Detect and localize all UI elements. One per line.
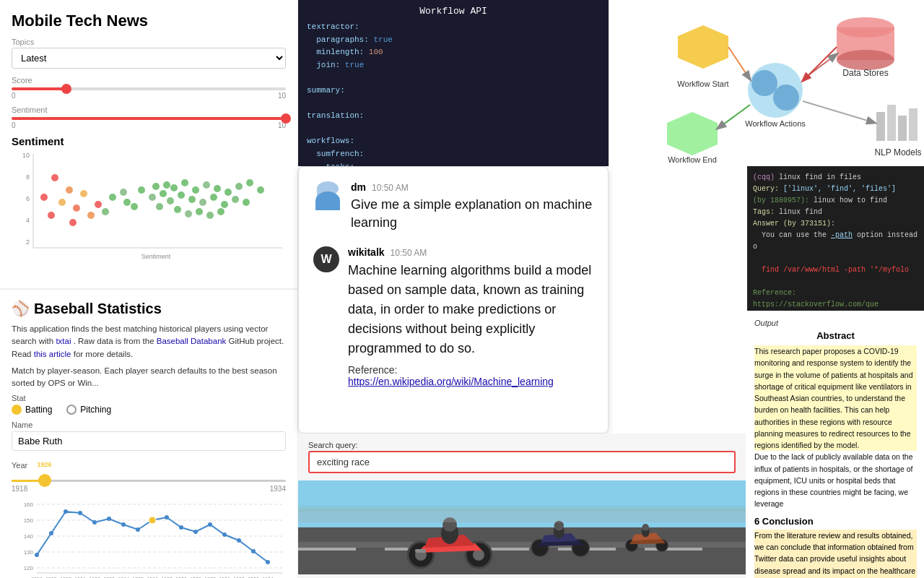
user-content: dm 10:50 AM Give me a simple explanation… <box>351 181 593 232</box>
sentiment-label: Sentiment <box>12 105 286 114</box>
svg-point-64 <box>751 70 777 96</box>
svg-point-43 <box>95 201 102 208</box>
term-line-7 <box>753 253 918 264</box>
svg-point-16 <box>225 189 232 196</box>
bot-message: W wikitalk 10:50 AM Machine learning alg… <box>313 246 593 387</box>
svg-point-40 <box>73 204 80 212</box>
sentiment-fill <box>12 117 286 120</box>
avatar-body <box>315 191 340 210</box>
topics-dropdown[interactable]: Latest Top <box>12 48 286 69</box>
reference-link[interactable]: https://en.wikipedia.org/wiki/Machine_le… <box>348 376 554 387</box>
user-message: dm 10:50 AM Give me a simple explanation… <box>313 181 593 232</box>
term-line-8: find /var/www/html -path '*/myfolo <box>753 264 918 276</box>
svg-point-118 <box>266 560 270 564</box>
ops-line-chart: 160 150 140 130 120 1918 1919 1920 1921 … <box>12 497 286 578</box>
year-value-label: 1926 <box>38 461 52 468</box>
name-label: Name <box>12 420 286 429</box>
svg-point-49 <box>102 208 109 215</box>
name-input[interactable] <box>12 431 286 451</box>
score-slider-row: Score 0 10 <box>12 76 286 100</box>
bot-content: wikitalk 10:50 AM Machine learning algor… <box>348 246 593 387</box>
svg-text:10: 10 <box>22 152 30 159</box>
svg-point-42 <box>80 190 87 197</box>
svg-point-18 <box>246 179 253 186</box>
term-line-1: (cqq) linux find in files <box>753 172 918 184</box>
svg-point-39 <box>58 199 66 206</box>
score-thumb[interactable] <box>61 84 71 94</box>
svg-point-107 <box>107 517 111 521</box>
txtai-link[interactable]: txtai <box>56 337 71 345</box>
term-line-4: Tags: linux find <box>753 207 918 218</box>
year-labels: 1918 1934 <box>12 485 286 493</box>
svg-point-25 <box>199 199 206 206</box>
svg-rect-58 <box>898 116 907 141</box>
svg-point-105 <box>78 511 82 515</box>
topics-label: Topics <box>12 38 286 46</box>
svg-point-65 <box>773 85 799 111</box>
svg-point-115 <box>222 532 227 537</box>
svg-point-46 <box>109 194 116 201</box>
svg-point-114 <box>208 522 212 527</box>
svg-text:120: 120 <box>24 565 34 571</box>
svg-rect-121 <box>298 527 746 574</box>
svg-point-24 <box>188 196 196 203</box>
moto-scene-svg <box>298 480 746 574</box>
svg-point-109 <box>136 527 140 532</box>
svg-point-35 <box>217 208 225 215</box>
svg-point-45 <box>69 219 77 226</box>
stat-radio-group: Batting Pitching <box>12 405 286 415</box>
terminal-panel: (cqq) linux find in files Query: ['linux… <box>747 166 924 311</box>
score-fill <box>12 87 66 90</box>
svg-point-116 <box>237 538 241 543</box>
svg-text:Sentiment: Sentiment <box>141 253 171 260</box>
score-label: Score <box>12 76 286 85</box>
svg-point-17 <box>235 183 243 190</box>
svg-point-44 <box>87 212 95 219</box>
sentiment-thumb[interactable] <box>281 113 291 124</box>
svg-point-13 <box>192 186 199 194</box>
pitching-radio[interactable]: Pitching <box>66 405 111 415</box>
term-line-9 <box>753 276 918 288</box>
scatter-chart: 10 8 6 4 2 Sentiment <box>12 150 286 262</box>
baseball-panel: ⚾ Baseball Statistics This application f… <box>0 289 298 578</box>
term-line-6: You can use the -path option instead o <box>753 230 918 253</box>
svg-point-27 <box>221 201 228 208</box>
svg-point-111 <box>165 515 169 519</box>
svg-point-54 <box>837 50 894 70</box>
abstract-highlighted: This research paper proposes a COVID-19 … <box>754 345 917 451</box>
sentiment-labels: 0 10 <box>12 121 286 129</box>
svg-point-112 <box>179 525 183 530</box>
baseball-databank-link[interactable]: Baseball Databank <box>157 337 227 345</box>
search-query-label: Search query: <box>298 434 746 451</box>
conclusion-title: 6 Conclusion <box>754 516 917 527</box>
svg-text:Workflow Start: Workflow Start <box>677 79 728 88</box>
svg-text:150: 150 <box>24 517 34 524</box>
stat-label: Stat <box>12 394 286 402</box>
svg-point-103 <box>49 531 53 535</box>
svg-point-26 <box>210 194 217 201</box>
year-thumb[interactable]: 1926 <box>38 474 51 487</box>
year-slider-track[interactable]: 1926 <box>12 480 286 482</box>
bot-message-text: Machine learning algorithms build a mode… <box>348 261 593 358</box>
svg-point-33 <box>196 208 203 215</box>
motorcycle-image <box>298 480 746 574</box>
svg-point-47 <box>120 189 127 196</box>
batting-radio[interactable]: Batting <box>12 405 52 415</box>
bot-avatar: W <box>313 246 339 272</box>
svg-text:4: 4 <box>26 217 30 224</box>
user-time: 10:50 AM <box>372 183 409 193</box>
baseball-emoji: ⚾ <box>12 300 30 317</box>
svg-text:130: 130 <box>24 549 34 556</box>
score-track[interactable] <box>12 87 286 90</box>
user-name: dm <box>351 181 366 193</box>
sentiment-track[interactable] <box>12 117 286 120</box>
chat-panel: dm 10:50 AM Give me a simple explanation… <box>298 166 609 434</box>
svg-point-131 <box>473 549 484 561</box>
search-input[interactable] <box>308 451 736 473</box>
pitching-label: Pitching <box>80 405 111 415</box>
svg-text:Workflow Actions: Workflow Actions <box>745 119 806 128</box>
svg-rect-56 <box>876 112 885 141</box>
article-link[interactable]: this article <box>34 350 71 358</box>
bot-header: wikitalk 10:50 AM <box>348 246 593 258</box>
svg-point-10 <box>163 181 170 189</box>
